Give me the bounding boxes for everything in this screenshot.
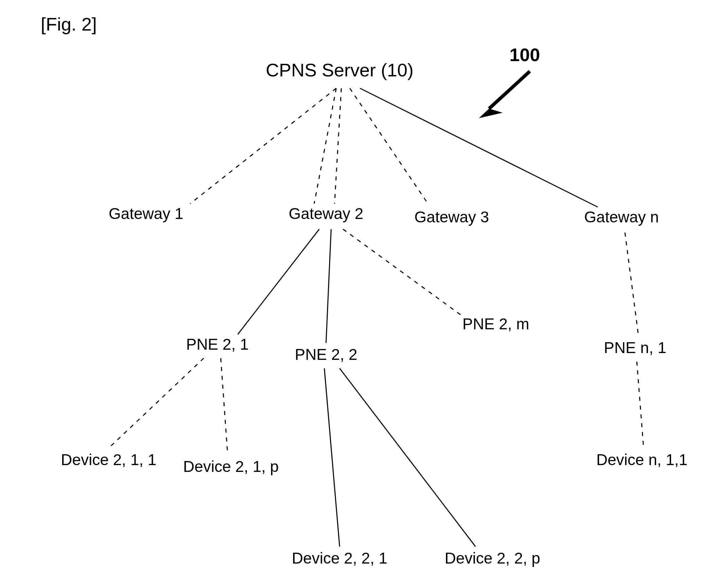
node-device-2-2-p: Device 2, 2, p bbox=[445, 549, 540, 567]
node-device-2-2-1: Device 2, 2, 1 bbox=[292, 549, 387, 567]
diagram-canvas: [Fig. 2] 100 CPNS Server (10) Gateway 1 … bbox=[0, 0, 719, 588]
edge-pne22-d221 bbox=[324, 368, 340, 547]
edge-pne21-d21p bbox=[221, 358, 228, 453]
edge-server-gw2-a bbox=[314, 88, 336, 204]
node-gateway-2: Gateway 2 bbox=[289, 205, 363, 222]
edge-server-gwn bbox=[360, 88, 598, 207]
edge-pne21-d211 bbox=[109, 358, 204, 448]
edge-gw2-pne21 bbox=[238, 229, 319, 334]
reference-number: 100 bbox=[509, 44, 540, 65]
node-cpns-server: CPNS Server (10) bbox=[266, 60, 413, 80]
node-device-n-1-1: Device n, 1,1 bbox=[596, 451, 687, 468]
node-device-2-1-1: Device 2, 1, 1 bbox=[61, 451, 156, 468]
svg-marker-1 bbox=[479, 109, 503, 118]
node-device-2-1-p: Device 2, 1, p bbox=[183, 458, 278, 475]
edge-server-gw1 bbox=[190, 88, 336, 204]
node-pne-2-1: PNE 2, 1 bbox=[186, 335, 249, 353]
node-gateway-n: Gateway n bbox=[584, 208, 659, 226]
svg-line-0 bbox=[489, 71, 530, 109]
reference-arrow-icon bbox=[479, 71, 530, 118]
edge-pnen1-dn11 bbox=[637, 362, 644, 448]
node-gateway-3: Gateway 3 bbox=[414, 208, 489, 226]
edge-server-gw3 bbox=[350, 88, 428, 204]
node-gateway-1: Gateway 1 bbox=[109, 205, 183, 222]
edge-gw2-pne2m bbox=[343, 229, 462, 316]
node-pne-2-2: PNE 2, 2 bbox=[295, 346, 357, 363]
edge-gwn-pnen1 bbox=[625, 233, 639, 336]
edge-gw2-pne22 bbox=[326, 229, 331, 343]
figure-label: [Fig. 2] bbox=[41, 14, 97, 34]
node-pne-n-1: PNE n, 1 bbox=[604, 339, 666, 356]
edge-pne22-d22p bbox=[340, 368, 475, 547]
node-pne-2-m: PNE 2, m bbox=[463, 315, 529, 333]
edge-server-gw2-b bbox=[335, 88, 341, 204]
